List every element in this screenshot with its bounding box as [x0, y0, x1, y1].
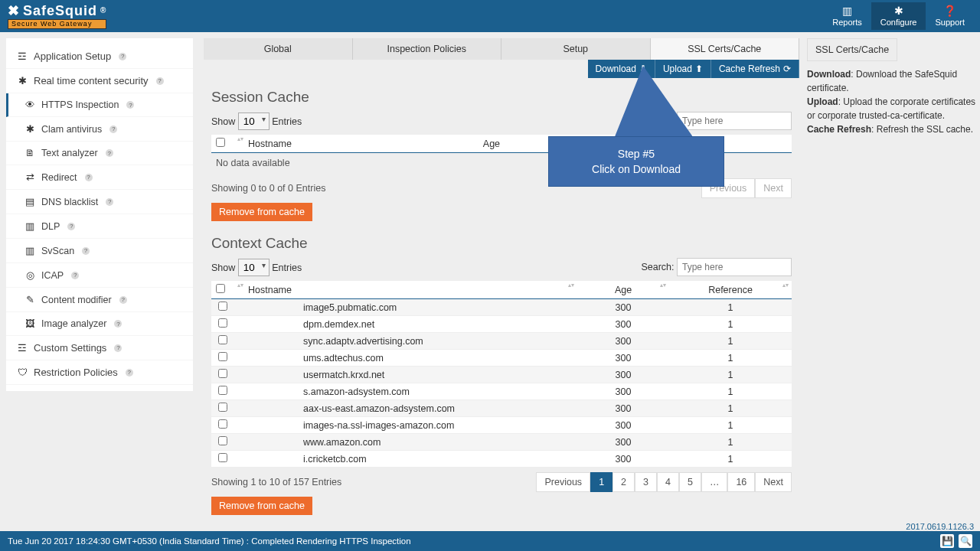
- row-checkbox[interactable]: [218, 453, 227, 462]
- nav-support[interactable]: ❓Support: [926, 2, 974, 30]
- cell-age: 300: [577, 350, 669, 367]
- row-checkbox[interactable]: [218, 419, 227, 429]
- nav-configure-label: Configure: [880, 18, 917, 27]
- pager-page[interactable]: 5: [679, 472, 701, 492]
- context-next[interactable]: Next: [755, 472, 792, 492]
- table-row: image5.pubmatic.com 300 1: [211, 299, 792, 316]
- chart-icon: ▥: [832, 5, 862, 16]
- row-checkbox[interactable]: [218, 386, 227, 395]
- show-suffix: Entries: [272, 262, 302, 273]
- session-check-all[interactable]: [216, 138, 225, 147]
- callout-line1: Step #5: [564, 148, 708, 160]
- pager-page[interactable]: 3: [635, 472, 657, 492]
- file-icon: 🗎: [24, 148, 35, 158]
- context-remove-button[interactable]: Remove from cache: [211, 497, 312, 515]
- sidebar-item-icap[interactable]: ◎ICAP?: [6, 263, 193, 288]
- sidebar-group-rtcs[interactable]: ✱Real time content security?: [6, 69, 193, 93]
- row-checkbox[interactable]: [218, 436, 227, 445]
- help-dot-icon[interactable]: ?: [126, 369, 133, 377]
- row-checkbox[interactable]: [218, 369, 227, 378]
- session-page-size-select[interactable]: 10: [238, 112, 270, 130]
- table-row: sync.adaptv.advertising.com 300 1: [211, 333, 792, 350]
- row-checkbox[interactable]: [218, 352, 227, 361]
- help-icon: ❓: [935, 5, 965, 16]
- step-callout: Step #5 Click on Download: [548, 136, 724, 187]
- help-dot-icon[interactable]: ?: [82, 247, 90, 255]
- sort-icon: ▴▾: [782, 283, 789, 288]
- row-checkbox[interactable]: [218, 335, 227, 344]
- context-prev[interactable]: Previous: [536, 472, 590, 492]
- help-dot-icon[interactable]: ?: [119, 296, 127, 304]
- context-check-all[interactable]: [216, 284, 225, 293]
- status-right: 💾 🔍: [940, 534, 972, 548]
- session-controls: Show 10 Entries Search:: [211, 112, 792, 130]
- help-dot-icon[interactable]: ?: [109, 126, 117, 133]
- context-pager: Previous 12345…16 Next: [536, 472, 792, 492]
- sidebar-item-clam[interactable]: ✱Clam antivirus?: [6, 117, 193, 142]
- session-remove-button[interactable]: Remove from cache: [211, 203, 312, 221]
- sidebar-item-svscan[interactable]: ▥SvScan?: [6, 239, 193, 263]
- help-body: Download: Download the SafeSquid certifi…: [807, 61, 977, 142]
- table-row: i.cricketcb.com 300 1: [211, 451, 792, 468]
- nav-reports[interactable]: ▥Reports: [823, 2, 871, 30]
- help-dot-icon[interactable]: ?: [85, 174, 93, 181]
- table-row: usermatch.krxd.net 300 1: [211, 367, 792, 383]
- row-checkbox[interactable]: [218, 403, 227, 412]
- cell-reference: 1: [669, 367, 792, 383]
- sidebar-item-text-analyzer[interactable]: 🗎Text analyzer?: [6, 142, 193, 165]
- sidebar-item-https-inspection[interactable]: 👁HTTPS Inspection?: [6, 93, 193, 117]
- context-footer-row: Showing 1 to 10 of 157 Entries Previous …: [211, 472, 792, 492]
- pager-page[interactable]: 2: [612, 472, 635, 492]
- pager-page[interactable]: 16: [727, 472, 755, 492]
- nav-configure[interactable]: ✱Configure: [871, 2, 926, 30]
- help-dot-icon[interactable]: ?: [114, 344, 122, 352]
- cell-age: 300: [577, 333, 669, 350]
- save-icon[interactable]: 💾: [940, 534, 954, 548]
- row-checkbox[interactable]: [218, 302, 227, 311]
- sidebar-group-restriction[interactable]: 🛡Restriction Policies?: [6, 360, 193, 385]
- help-dot-icon[interactable]: ?: [67, 223, 75, 230]
- session-showing: Showing 0 to 0 of 0 Entries: [211, 183, 325, 194]
- help-dot-icon[interactable]: ?: [114, 320, 122, 328]
- tab-inspection-policies[interactable]: Inspection Policies: [353, 38, 502, 60]
- context-controls: Show 10 Entries Search:: [211, 258, 792, 276]
- context-showing: Showing 1 to 10 of 157 Entries: [211, 477, 341, 487]
- sidebar-item-image-analyzer[interactable]: 🖼Image analyzer?: [6, 312, 193, 336]
- help-dot-icon[interactable]: ?: [106, 149, 113, 157]
- search-icon[interactable]: 🔍: [959, 534, 972, 548]
- help-dot-icon[interactable]: ?: [126, 101, 134, 109]
- sidebar-item-content-modifier[interactable]: ✎Content modifier?: [6, 288, 193, 312]
- brand-reg: ®: [100, 7, 106, 15]
- main-layout: ☲Application Setup? ✱Real time content s…: [0, 32, 980, 530]
- help-dot-icon[interactable]: ?: [106, 198, 113, 206]
- ssl-toolbar: Download⬇ Upload⬆ Cache Refresh⟳: [204, 60, 799, 78]
- sort-icon: ▴▾: [568, 283, 574, 288]
- session-next[interactable]: Next: [755, 178, 792, 198]
- cell-hostname: ums.adtechus.com: [234, 350, 577, 367]
- help-dot-icon[interactable]: ?: [156, 77, 164, 85]
- col-hostname[interactable]: ▴▾Hostname▴▾: [234, 281, 577, 299]
- tab-global[interactable]: Global: [204, 38, 353, 60]
- row-checkbox[interactable]: [218, 318, 227, 328]
- help-dot-icon[interactable]: ?: [71, 272, 79, 279]
- context-page-size-select[interactable]: 10: [238, 259, 270, 276]
- col-reference[interactable]: Reference▴▾: [669, 281, 792, 299]
- pager-page[interactable]: 1: [590, 472, 612, 492]
- sidebar-group-app-setup[interactable]: ☲Application Setup?: [6, 44, 193, 69]
- sidebar-group-custom[interactable]: ☲Custom Settings?: [6, 336, 193, 360]
- callout-line2: Click on Download: [564, 163, 708, 175]
- pager-page[interactable]: 4: [657, 472, 679, 492]
- sidebar-item-dlp[interactable]: ▥DLP?: [6, 214, 193, 239]
- help-tab[interactable]: SSL Certs/Cache: [807, 38, 897, 61]
- sidebar-item-redirect[interactable]: ⇄Redirect?: [6, 165, 193, 190]
- sidebar-item-dns-blacklist[interactable]: ▤DNS blacklist?: [6, 190, 193, 214]
- context-search-input[interactable]: [677, 258, 792, 276]
- cache-refresh-button[interactable]: Cache Refresh⟳: [711, 60, 799, 78]
- cell-hostname: dpm.demdex.net: [234, 316, 577, 333]
- tab-setup[interactable]: Setup: [501, 38, 651, 60]
- tab-ssl-certs-cache[interactable]: SSL Certs/Cache: [651, 38, 800, 60]
- col-label: Age: [615, 285, 632, 295]
- help-dot-icon[interactable]: ?: [119, 53, 126, 60]
- col-age[interactable]: Age▴▾: [577, 281, 669, 299]
- col-hostname[interactable]: ▴▾Hostname: [234, 135, 479, 153]
